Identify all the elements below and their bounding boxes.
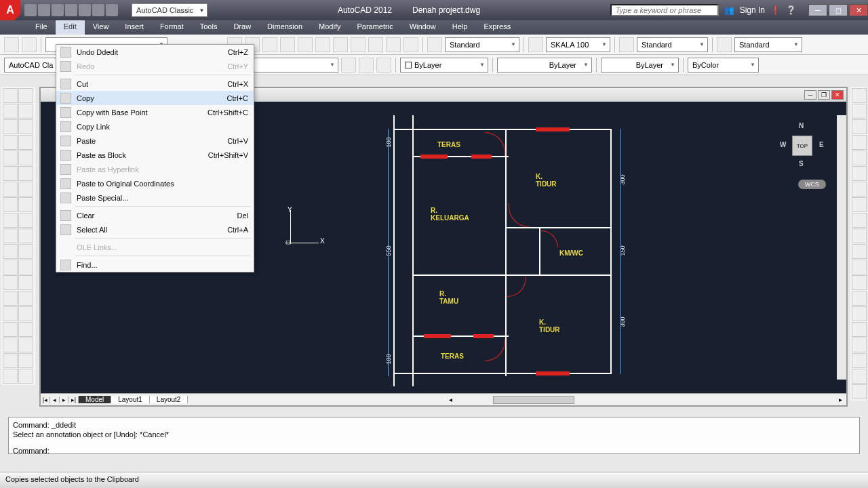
draw-tool-7[interactable]: [18, 135, 33, 150]
tab-layout1[interactable]: Layout1: [111, 396, 150, 403]
draw-tool-34[interactable]: [3, 353, 18, 368]
mleaderstyle-dropdown[interactable]: Standard: [637, 37, 708, 52]
modify-tool-12[interactable]: [852, 275, 867, 290]
minimize-button[interactable]: ─: [808, 4, 827, 16]
draw-tool-22[interactable]: [3, 260, 18, 274]
menu-tools[interactable]: Tools: [192, 20, 226, 35]
modify-tool-19[interactable]: [852, 384, 867, 399]
draw-tool-16[interactable]: [3, 213, 18, 228]
draw-tool-12[interactable]: [3, 182, 18, 197]
tb-icon-5[interactable]: [298, 37, 313, 52]
layer-list-dropdown[interactable]: [250, 58, 338, 73]
save-icon[interactable]: [52, 4, 64, 16]
tab-last-icon[interactable]: ▸|: [69, 396, 79, 403]
print-icon[interactable]: [79, 4, 91, 16]
menu-insert[interactable]: Insert: [117, 20, 152, 35]
menu-modify[interactable]: Modify: [311, 20, 349, 35]
tb-icon-9[interactable]: [368, 37, 383, 52]
modify-tool-18[interactable]: [852, 369, 867, 384]
exchange-icon[interactable]: 👥: [724, 5, 734, 15]
tb-icon-3[interactable]: [262, 37, 277, 52]
doc-restore-button[interactable]: ❐: [818, 90, 830, 100]
layer-tool-icon-1[interactable]: [341, 58, 356, 73]
tab-prev-icon[interactable]: ◂: [50, 396, 60, 403]
menu-item-paste-to-original-coordinates[interactable]: Paste to Original Coordinates: [56, 176, 254, 190]
wcs-badge[interactable]: WCS: [798, 180, 826, 189]
menu-view[interactable]: View: [85, 20, 117, 35]
draw-tool-17[interactable]: [18, 213, 33, 228]
menu-window[interactable]: Window: [401, 20, 444, 35]
redo-icon[interactable]: [106, 4, 118, 16]
modify-tool-15[interactable]: [852, 322, 867, 337]
draw-tool-15[interactable]: [18, 197, 33, 212]
horizontal-scrollbar[interactable]: ◂: [188, 396, 835, 404]
draw-tool-0[interactable]: [3, 88, 18, 103]
help-icon[interactable]: ❔: [786, 5, 796, 15]
layer-tool-icon-2[interactable]: [359, 58, 374, 73]
draw-tool-26[interactable]: [3, 291, 18, 306]
modify-tool-14[interactable]: [852, 306, 867, 321]
draw-tool-2[interactable]: [3, 104, 18, 119]
modify-tool-9[interactable]: [852, 228, 867, 243]
draw-tool-5[interactable]: [18, 119, 33, 134]
viewcube[interactable]: TOP N S E W: [778, 122, 826, 169]
app-logo[interactable]: A: [0, 0, 20, 20]
draw-tool-33[interactable]: [18, 338, 33, 352]
menu-item-undo-ddedit[interactable]: Undo DdeditCtrl+Z: [56, 45, 254, 59]
tb-icon-7[interactable]: [333, 37, 348, 52]
draw-tool-11[interactable]: [18, 166, 33, 181]
draw-tool-23[interactable]: [18, 260, 33, 274]
tab-first-icon[interactable]: |◂: [41, 396, 50, 403]
search-input[interactable]: [610, 4, 719, 16]
menu-item-paste-special-[interactable]: Paste Special...: [56, 190, 254, 205]
draw-tool-24[interactable]: [3, 275, 18, 290]
tab-layout2[interactable]: Layout2: [150, 396, 189, 403]
dimstyle-dropdown[interactable]: SKALA 100: [546, 37, 610, 52]
tb-icon-10[interactable]: [386, 37, 401, 52]
draw-tool-6[interactable]: [3, 135, 18, 150]
menu-item-cut[interactable]: CutCtrl+X: [56, 77, 254, 91]
vertical-scrollbar[interactable]: [837, 115, 846, 380]
draw-tool-27[interactable]: [18, 291, 33, 306]
menu-draw[interactable]: Draw: [225, 20, 259, 35]
color-dropdown[interactable]: ByLayer: [400, 58, 488, 73]
draw-tool-29[interactable]: [18, 306, 33, 321]
modify-tool-17[interactable]: [852, 353, 867, 368]
viewcube-top[interactable]: TOP: [792, 136, 812, 156]
doc-close-button[interactable]: ✕: [831, 90, 844, 100]
saveas-icon[interactable]: [65, 4, 77, 16]
draw-tool-1[interactable]: [18, 88, 33, 103]
modify-tool-0[interactable]: [852, 88, 867, 103]
tab-model[interactable]: Model: [79, 396, 111, 403]
draw-tool-18[interactable]: [3, 228, 18, 243]
menu-file[interactable]: File: [27, 20, 56, 35]
draw-tool-32[interactable]: [3, 338, 18, 352]
menu-item-copy-with-base-point[interactable]: Copy with Base PointCtrl+Shift+C: [56, 105, 254, 119]
tb-icon-8[interactable]: [351, 37, 366, 52]
menu-help[interactable]: Help: [444, 20, 476, 35]
menu-item-paste[interactable]: PasteCtrl+V: [56, 134, 254, 148]
maximize-button[interactable]: ◻: [829, 4, 848, 16]
modify-tool-11[interactable]: [852, 260, 867, 274]
tab-next-icon[interactable]: ▸: [60, 396, 69, 403]
open-icon[interactable]: [38, 4, 50, 16]
tablestyle-dropdown[interactable]: Standard: [734, 37, 802, 52]
tb-icon-4[interactable]: [280, 37, 295, 52]
undo-icon[interactable]: [92, 4, 104, 16]
modify-tool-13[interactable]: [852, 291, 867, 306]
draw-tool-20[interactable]: [3, 244, 18, 259]
draw-tool-13[interactable]: [18, 182, 33, 197]
draw-tool-31[interactable]: [18, 322, 33, 337]
draw-tool-19[interactable]: [18, 228, 33, 243]
linetype-dropdown[interactable]: ByLayer: [497, 58, 592, 73]
modify-tool-7[interactable]: [852, 197, 867, 212]
menu-item-select-all[interactable]: Select AllCtrl+A: [56, 222, 254, 237]
modify-tool-3[interactable]: [852, 135, 867, 150]
open-file-icon[interactable]: [22, 37, 37, 52]
modify-tool-6[interactable]: [852, 182, 867, 197]
dim-icon[interactable]: [528, 37, 543, 52]
tb-icon-11[interactable]: [403, 37, 418, 52]
signin-link[interactable]: Sign In: [740, 5, 765, 15]
menu-item-find-[interactable]: Find...: [56, 258, 254, 272]
draw-tool-9[interactable]: [18, 150, 33, 165]
